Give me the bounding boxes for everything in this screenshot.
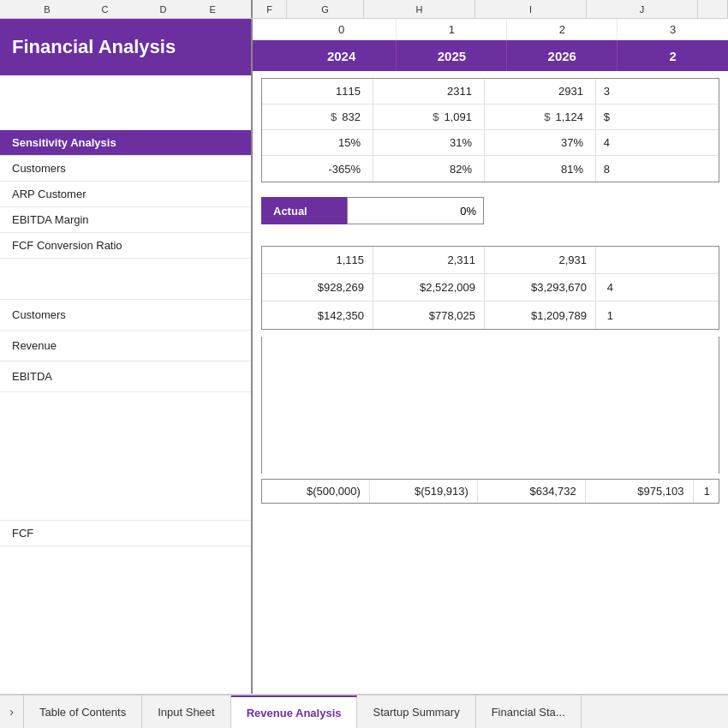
row-label-arp-customer: ARP Customer <box>0 182 251 207</box>
sensitivity-fcf-2025: 82% <box>373 156 485 182</box>
sensitivity-fcf-2026: 81% <box>485 156 596 182</box>
main-customers-2026: 2,931 <box>485 247 596 273</box>
year-2027: 2 <box>618 40 728 71</box>
right-gap-1 <box>253 232 728 239</box>
tab-financial-sta[interactable]: Financial Sta... <box>476 695 582 728</box>
fcf-cell-pre: $ (500,000) <box>262 480 370 503</box>
col-f: F <box>253 0 287 18</box>
spreadsheet: B C D E F G H I J Financial Analysis Sen… <box>0 0 728 694</box>
sensitivity-section-header: Sensitivity Analysis <box>0 130 251 156</box>
sensitivity-arp-2024: $ 832 <box>262 104 373 129</box>
sensitivity-customers-partial: 3 <box>596 79 622 104</box>
main-ebitda-2025: $ 778,025 <box>373 301 485 329</box>
main-revenue-2024: $ 928,269 <box>262 274 373 301</box>
row-label-customers-sensitivity: Customers <box>0 156 251 182</box>
actual-label: Actual <box>261 197 347 224</box>
tab-nav-left[interactable]: › <box>0 695 24 728</box>
period-numbers-row: 0 1 2 3 <box>253 19 728 40</box>
sensitivity-customers-2026: 2931 <box>485 79 596 104</box>
row-label-fcf-conversion: FCF Conversion Ratio <box>0 233 251 259</box>
sensitivity-fcf-row: -365% 82% 81% 8 <box>262 156 719 182</box>
row-label-ebitda-margin: EBITDA Margin <box>0 207 251 233</box>
col-c: C <box>102 4 109 15</box>
period-2: 2 <box>507 19 618 39</box>
left-spacer-top <box>0 75 251 130</box>
main-ebitda-2024: $ 142,350 <box>262 301 373 329</box>
app-title: Financial Analysis <box>12 36 176 58</box>
sensitivity-arp-partial: $ <box>596 104 622 129</box>
col-g: G <box>287 0 364 18</box>
right-panel: 0 1 2 3 2024 2025 2026 2 1115 <box>253 19 728 694</box>
fcf-2026: $ 975,103 <box>586 480 694 503</box>
col-d: D <box>160 4 167 15</box>
left-gap-1 <box>0 259 251 300</box>
main-data-table: 1,115 2,311 2,931 $ 928,269 $ 2,522 <box>261 246 719 330</box>
sensitivity-ebitda-2026: 37% <box>485 130 596 155</box>
sensitivity-ebitda-2025: 31% <box>373 130 485 155</box>
fcf-2025: $ 634,732 <box>478 480 586 503</box>
row-label-customers-main: Customers <box>0 300 251 331</box>
main-customers-row: 1,115 2,311 2,931 <box>262 247 719 274</box>
year-2025: 2025 <box>397 40 507 71</box>
blank-rows-area <box>261 337 719 474</box>
period-spacer <box>253 19 287 39</box>
title-cell: Financial Analysis <box>0 19 251 75</box>
tab-input-sheet[interactable]: Input Sheet <box>142 695 231 728</box>
tab-revenue-analysis[interactable]: Revenue Analysis <box>231 695 358 728</box>
sensitivity-fcf-partial: 8 <box>596 156 622 182</box>
sensitivity-customers-2025: 2311 <box>373 79 485 104</box>
main-ebitda-partial: 1 <box>596 301 622 329</box>
sensitivity-customers-row: 1115 2311 2931 3 <box>262 79 719 104</box>
left-panel: Financial Analysis Sensitivity Analysis … <box>0 19 253 694</box>
main-revenue-2025: $ 2,522,009 <box>373 274 485 301</box>
sensitivity-ebitda-partial: 4 <box>596 130 622 155</box>
sensitivity-ebitda-2024: 15% <box>262 130 373 155</box>
year-2024: 2024 <box>287 40 397 71</box>
fcf-data-row: $ (500,000) $ (519,913) $ 634,732 $ 975,… <box>261 479 719 504</box>
tab-bar: › Table of Contents Input Sheet Revenue … <box>0 694 728 728</box>
row-label-fcf: FCF <box>0 521 251 546</box>
sensitivity-arp-2025: $ 1,091 <box>373 104 485 129</box>
period-1: 1 <box>397 19 507 39</box>
content-area: Financial Analysis Sensitivity Analysis … <box>0 19 728 694</box>
main-ebitda-2026: $ 1,209,789 <box>485 301 596 329</box>
col-h: H <box>364 0 475 18</box>
tab-startup-summary[interactable]: Startup Summary <box>357 695 475 728</box>
period-0: 0 <box>287 19 397 39</box>
row-label-ebitda: EBITDA <box>0 361 251 392</box>
sensitivity-data-table: 1115 2311 2931 3 $ 832 $ 1,091 <box>261 78 719 182</box>
main-customers-2025: 2,311 <box>373 247 485 273</box>
col-extra <box>698 0 728 18</box>
tab-table-of-contents[interactable]: Table of Contents <box>24 695 142 728</box>
sensitivity-arp-row: $ 832 $ 1,091 $ 1,124 $ <box>262 104 719 130</box>
main-revenue-row: $ 928,269 $ 2,522,009 $ 3,293,670 4 <box>262 274 719 301</box>
col-b: B <box>44 4 50 15</box>
main-customers-2024: 1,115 <box>262 247 373 273</box>
fcf-2024: $ (519,913) <box>370 480 478 503</box>
main-customers-partial <box>596 247 622 273</box>
sensitivity-ebitda-row: 15% 31% 37% 4 <box>262 130 719 156</box>
row-label-revenue: Revenue <box>0 331 251 361</box>
main-revenue-partial: 4 <box>596 274 622 301</box>
year-2026: 2026 <box>507 40 618 71</box>
col-j: J <box>587 0 698 18</box>
actual-value: 0% <box>460 205 476 218</box>
col-e: E <box>209 4 215 15</box>
col-i: I <box>475 0 587 18</box>
actual-bar[interactable]: 0% <box>347 197 484 224</box>
main-ebitda-row: $ 142,350 $ 778,025 $ 1,209,789 1 <box>262 301 719 329</box>
sensitivity-customers-2024: 1115 <box>262 79 373 104</box>
column-headers: B C D E F G H I J <box>0 0 728 19</box>
col-header-left: B C D E <box>0 0 253 18</box>
main-revenue-2026: $ 3,293,670 <box>485 274 596 301</box>
year-spacer <box>253 40 287 71</box>
year-labels-row: 2024 2025 2026 2 <box>253 40 728 71</box>
sensitivity-arp-2026: $ 1,124 <box>485 104 596 129</box>
fcf-partial: 1 <box>694 480 719 503</box>
sensitivity-fcf-2024: -365% <box>262 156 373 182</box>
actual-slider-area: Actual 0% <box>261 196 719 225</box>
left-gap-2 <box>0 392 251 521</box>
period-3: 3 <box>618 19 728 39</box>
